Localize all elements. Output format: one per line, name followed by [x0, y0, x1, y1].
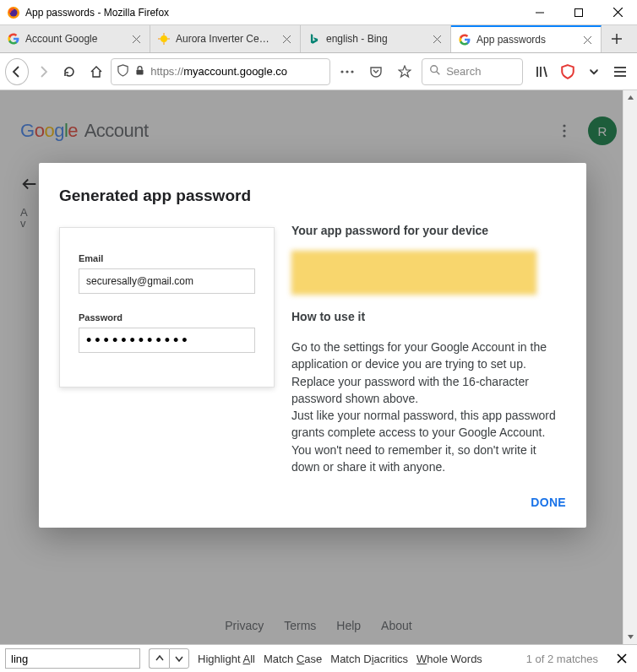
window-titlebar: App passwords - Mozilla Firefox	[0, 0, 637, 25]
svg-point-25	[431, 66, 438, 73]
howto-body: Go to the settings for your Google Accou…	[291, 339, 566, 475]
library-button[interactable]	[530, 58, 553, 85]
find-prev-button[interactable]	[149, 648, 169, 669]
scroll-up-button[interactable]	[623, 90, 637, 105]
tab-label: Aurora Inverter Central	[176, 33, 275, 45]
find-whole-words[interactable]: Whole Words	[416, 653, 482, 665]
svg-line-26	[437, 72, 440, 75]
tab-label: Account Google	[25, 33, 124, 45]
firefox-icon	[7, 6, 20, 19]
window-title: App passwords - Mozilla Firefox	[25, 7, 169, 19]
find-next-button[interactable]	[169, 648, 189, 669]
ublock-icon[interactable]	[556, 58, 579, 85]
shield-icon[interactable]	[117, 64, 129, 79]
email-field[interactable]	[79, 268, 255, 294]
url-bar[interactable]: https://myaccount.google.co	[111, 58, 330, 85]
svg-line-29	[544, 67, 547, 77]
new-tab-button[interactable]	[602, 25, 632, 52]
password-label: Password	[79, 312, 255, 322]
search-bar[interactable]: Search	[422, 58, 523, 85]
overflow-button[interactable]	[583, 58, 606, 85]
bing-icon	[308, 32, 321, 46]
scroll-down-button[interactable]	[623, 630, 637, 644]
back-button[interactable]	[5, 58, 29, 85]
search-placeholder: Search	[446, 65, 481, 78]
find-match-case[interactable]: Match Case	[264, 653, 322, 665]
home-button[interactable]	[84, 58, 107, 85]
reload-button[interactable]	[58, 58, 81, 85]
find-close-button[interactable]	[612, 648, 632, 669]
tab-strip: Account Google Aurora Inverter Central e…	[0, 25, 637, 53]
find-match-count: 1 of 2 matches	[526, 653, 598, 665]
vertical-scrollbar[interactable]	[623, 90, 637, 644]
find-input[interactable]	[5, 648, 140, 669]
forward-button[interactable]	[32, 58, 55, 85]
scroll-track[interactable]	[623, 105, 637, 630]
find-highlight-all[interactable]: Highlight All	[198, 653, 255, 665]
tab-account-google[interactable]: Account Google	[0, 25, 150, 52]
page-viewport: Google Account R App passwords A v Priva…	[0, 90, 637, 644]
modal-heading: Generated app password	[59, 187, 566, 205]
svg-point-22	[341, 70, 344, 73]
svg-rect-21	[137, 69, 144, 74]
sun-icon	[157, 32, 171, 46]
app-menu-button[interactable]	[609, 58, 632, 85]
find-bar: Highlight All Match Case Match Diacritic…	[0, 644, 637, 672]
page-actions-button[interactable]	[334, 58, 361, 85]
tab-label: english - Bing	[326, 33, 425, 45]
tab-bing[interactable]: english - Bing	[301, 25, 451, 52]
password-field[interactable]: ••••••••••••	[79, 328, 255, 353]
search-icon	[429, 64, 441, 79]
tab-app-passwords[interactable]: App passwords	[451, 25, 602, 52]
svg-point-8	[161, 35, 167, 42]
nav-toolbar: https://myaccount.google.co Search	[0, 53, 637, 90]
app-password-box	[291, 251, 536, 295]
svg-point-23	[346, 70, 349, 73]
tab-aurora[interactable]: Aurora Inverter Central	[150, 25, 301, 52]
close-window-button[interactable]	[598, 0, 637, 25]
url-text: https://myaccount.google.co	[150, 65, 287, 78]
modal-subheading: Your app password for your device	[291, 224, 566, 237]
lock-icon[interactable]	[134, 65, 145, 79]
close-tab-icon[interactable]	[430, 32, 444, 46]
find-match-diacritics[interactable]: Match Diacritics	[330, 653, 408, 665]
done-button[interactable]: DONE	[531, 496, 566, 509]
pocket-button[interactable]	[362, 58, 389, 85]
close-tab-icon[interactable]	[580, 33, 594, 46]
close-tab-icon[interactable]	[280, 32, 293, 46]
generated-password-modal: Generated app password Email Password ••…	[39, 163, 586, 528]
close-tab-icon[interactable]	[129, 32, 143, 46]
email-label: Email	[79, 253, 255, 263]
bookmark-button[interactable]	[391, 58, 418, 85]
tab-label: App passwords	[476, 34, 575, 46]
google-g-icon	[458, 33, 471, 46]
minimize-button[interactable]	[520, 0, 559, 25]
svg-point-24	[351, 70, 354, 73]
credentials-card: Email Password ••••••••••••	[59, 227, 275, 387]
svg-rect-3	[575, 8, 583, 16]
howto-heading: How to use it	[291, 310, 566, 323]
maximize-button[interactable]	[559, 0, 598, 25]
google-g-icon	[7, 32, 20, 46]
